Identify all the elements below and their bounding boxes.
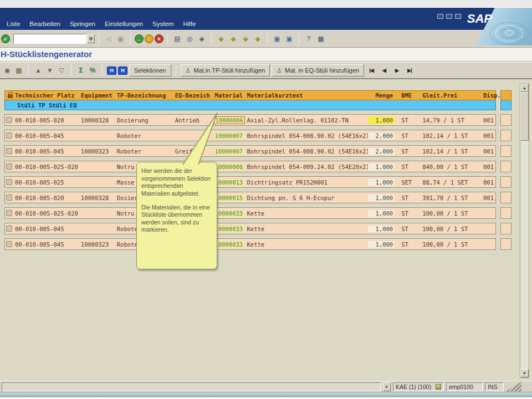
status-expand-icon[interactable]: ▸ (383, 382, 391, 391)
menu-item[interactable]: System (152, 21, 173, 27)
col-header: Gleit.Prei (416, 92, 475, 99)
exit-icon[interactable]: ↑ (145, 34, 154, 43)
table-row[interactable]: 00-010-005-025-020 Notru 10000008 Bohrsp… (4, 161, 496, 172)
cell-bme: ST (395, 210, 416, 217)
server-status-icon[interactable] (436, 384, 441, 390)
save-icon[interactable]: ▣ (115, 33, 126, 44)
prev-record-icon[interactable]: ◀ (378, 65, 390, 76)
cell-bme: ST (395, 195, 416, 201)
command-history-icon[interactable]: ▦ (87, 34, 95, 43)
last-record-icon[interactable]: ▶| (404, 65, 415, 76)
row-select-icon[interactable] (6, 117, 12, 123)
stueli-tp-icon[interactable]: H (107, 66, 116, 75)
col-header: EQ-Bezeich (175, 92, 214, 99)
first-page-icon[interactable]: ◆ (216, 33, 227, 44)
cell-gleit-preis: 391,70 / 1 ST (416, 195, 475, 201)
table-row[interactable]: 00-010-005-025-020 Notru 10000033 Kette … (4, 207, 496, 219)
table-row[interactable]: 00-010-005-020 10000328 Dosierung Antrie… (4, 114, 496, 126)
add-material-tp-button[interactable]: ♙ Mat.in TP-Stüli hinzufügen (181, 64, 270, 76)
prev-page-icon[interactable]: ◆ (228, 33, 239, 44)
close-icon[interactable] (455, 14, 461, 19)
table-overflow-strip (500, 90, 511, 250)
help-icon[interactable]: ? (303, 33, 314, 44)
menu-item[interactable]: Bearbeiten (29, 21, 60, 27)
enter-icon[interactable]: ✓ (1, 34, 10, 43)
customize-icon[interactable]: ▦ (315, 33, 326, 44)
restore-icon[interactable] (446, 14, 452, 19)
table-row[interactable]: 00-010-005-045 10000323 Roboter Greifer … (4, 145, 496, 157)
continue-icon[interactable]: ◁ (103, 33, 114, 44)
cell-menge[interactable]: 2,000 (368, 148, 395, 155)
table-subheader-row: Stüli TP Stüli EQ (4, 100, 496, 110)
cell-menge[interactable]: 1,000 (368, 117, 395, 124)
cell-materialkurztext: Bohrspindel 054-009.24.02 (54E20x210) (247, 163, 369, 170)
vertical-scrollbar[interactable]: ▲ ▼ (520, 83, 529, 378)
first-record-icon[interactable]: |◀ (366, 65, 377, 76)
table-row[interactable]: 00-010-005-045 10000323 Roboter 10000033… (4, 238, 496, 250)
create-shortcut-icon[interactable]: ▣ (284, 33, 295, 44)
menu-item[interactable]: Springen (70, 21, 95, 27)
scroll-up-icon[interactable]: ▲ (520, 84, 529, 92)
cancel-icon[interactable]: × (155, 34, 163, 43)
cell-menge[interactable]: 1,000 (368, 195, 395, 201)
resize-grip[interactable] (506, 382, 521, 392)
tooltip-callout-tail (178, 111, 222, 165)
table-row[interactable]: 00-010-005-045 Roboter 10000007 Bohrspin… (4, 130, 496, 141)
sum-icon[interactable]: Σ (76, 65, 86, 75)
cell-bme: ST (395, 226, 416, 232)
col-header: Materialkurztext (247, 92, 369, 99)
cell-materialkurztext: Axial-Zyl.Rollenlag. 01102-TN (247, 117, 369, 124)
last-page-icon[interactable]: ◆ (252, 33, 263, 44)
find-icon[interactable]: ◎ (184, 33, 195, 44)
scrollbar-thumb[interactable] (520, 92, 529, 141)
row-select-icon[interactable] (6, 241, 12, 247)
command-field[interactable] (13, 34, 86, 44)
next-page-icon[interactable]: ◆ (240, 33, 251, 44)
cell-materialkurztext: Dichtringsatz PR152H001 (247, 179, 369, 186)
row-select-icon[interactable] (6, 179, 12, 185)
row-select-icon[interactable] (6, 195, 12, 201)
add-material-eq-button[interactable]: ♙ Mat. in EQ-Stüli hinzufügen (272, 64, 364, 76)
new-session-icon[interactable]: ▣ (272, 33, 283, 44)
cell-equipment: 10000323 (81, 241, 117, 248)
row-select-icon[interactable] (6, 132, 12, 139)
menu-item[interactable]: Liste (7, 21, 20, 27)
selections-button[interactable]: Selektionen (129, 64, 171, 76)
menu-item[interactable]: Hilfe (183, 21, 196, 27)
cell-menge[interactable]: 1,000 (368, 210, 395, 217)
cell-disp: 001 (475, 179, 495, 186)
row-select-icon[interactable] (6, 163, 12, 170)
table-row[interactable]: 00-010-005-020 10000328 Dosierung 100000… (4, 192, 496, 203)
sort-descending-icon[interactable]: ▼ (45, 65, 55, 75)
menu-item[interactable]: Einstellungen (105, 21, 143, 27)
stueli-eq-icon[interactable]: H (118, 66, 127, 75)
row-select-icon[interactable] (6, 226, 12, 232)
overflow-cell (500, 192, 511, 203)
row-select-icon[interactable] (6, 210, 12, 216)
scroll-down-icon[interactable]: ▼ (520, 369, 529, 377)
back-icon[interactable]: ← (135, 34, 144, 43)
next-record-icon[interactable]: ▶ (391, 65, 402, 76)
cell-menge[interactable]: 1,000 (368, 226, 395, 232)
sort-ascending-icon[interactable]: ▲ (33, 65, 43, 75)
cell-menge[interactable]: 1,000 (368, 163, 395, 170)
table-row[interactable]: 00-010-005-045 Roboter 10000033 Kette 1,… (4, 223, 496, 234)
filter-icon[interactable]: ▽ (57, 65, 66, 75)
title-bar: H-Stücklistengenerator (0, 48, 532, 62)
print-icon[interactable]: ▤ (172, 33, 183, 44)
minimize-icon[interactable] (437, 14, 443, 19)
find-next-icon[interactable]: ◈ (196, 33, 207, 44)
grid-view-icon[interactable]: ▦ (14, 65, 24, 75)
cell-tp-bezeichnung: Roboter (117, 132, 175, 139)
table-row[interactable]: 00-010-005-025 Masse 10000013 Dichtrings… (4, 176, 496, 188)
cell-disp: 001 (475, 132, 495, 139)
choose-detail-icon[interactable]: ◉ (2, 65, 12, 75)
row-select-icon[interactable] (6, 148, 12, 154)
cell-material: 10000033 (214, 226, 245, 232)
cell-menge[interactable]: 1,000 (368, 241, 395, 248)
cell-technischer-platz: 00-010-005-045 (15, 241, 81, 248)
cell-menge[interactable]: 1,000 (368, 179, 395, 186)
cell-technischer-platz: 00-010-005-025-020 (15, 210, 81, 217)
cell-menge[interactable]: 2,000 (368, 132, 395, 139)
subtotal-icon[interactable]: % (88, 65, 98, 75)
